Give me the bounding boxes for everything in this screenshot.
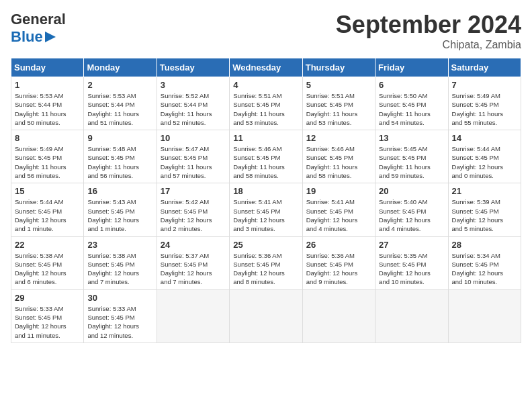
day-cell-20: 20Sunrise: 5:40 AMSunset: 5:45 PMDayligh… [375, 183, 448, 236]
day-number: 17 [161, 186, 226, 196]
day-info: Sunrise: 5:43 AMSunset: 5:45 PMDaylight:… [87, 197, 152, 233]
day-number: 28 [452, 240, 517, 250]
day-cell-24: 24Sunrise: 5:37 AMSunset: 5:45 PMDayligh… [157, 236, 229, 289]
day-cell-25: 25Sunrise: 5:36 AMSunset: 5:45 PMDayligh… [230, 236, 302, 289]
day-cell-7: 7Sunrise: 5:49 AMSunset: 5:45 PMDaylight… [448, 77, 521, 130]
day-info: Sunrise: 5:47 AMSunset: 5:45 PMDaylight:… [161, 144, 226, 180]
day-number: 3 [161, 80, 226, 90]
day-cell-22: 22Sunrise: 5:38 AMSunset: 5:45 PMDayligh… [11, 236, 84, 289]
day-info: Sunrise: 5:37 AMSunset: 5:45 PMDaylight:… [161, 251, 226, 287]
day-cell-19: 19Sunrise: 5:41 AMSunset: 5:45 PMDayligh… [302, 183, 375, 236]
day-cell-14: 14Sunrise: 5:44 AMSunset: 5:45 PMDayligh… [448, 130, 521, 183]
day-cell-30: 30Sunrise: 5:33 AMSunset: 5:45 PMDayligh… [84, 289, 157, 342]
column-header-sunday: Sunday [11, 58, 84, 77]
day-info: Sunrise: 5:50 AMSunset: 5:45 PMDaylight:… [379, 91, 444, 127]
day-cell-9: 9Sunrise: 5:48 AMSunset: 5:45 PMDaylight… [84, 130, 157, 183]
logo-general: General Blue [11, 11, 66, 46]
title-block: September 2024 Chipata, Zambia [336, 11, 521, 51]
day-info: Sunrise: 5:46 AMSunset: 5:45 PMDaylight:… [233, 144, 298, 180]
day-info: Sunrise: 5:49 AMSunset: 5:45 PMDaylight:… [15, 144, 80, 180]
day-number: 10 [161, 133, 226, 143]
day-cell-4: 4Sunrise: 5:51 AMSunset: 5:45 PMDaylight… [230, 77, 302, 130]
day-cell-27: 27Sunrise: 5:35 AMSunset: 5:45 PMDayligh… [375, 236, 448, 289]
day-cell-6: 6Sunrise: 5:50 AMSunset: 5:45 PMDaylight… [375, 77, 448, 130]
day-number: 22 [15, 240, 80, 250]
day-number: 5 [306, 80, 371, 90]
logo-arrow [45, 32, 56, 42]
column-header-tuesday: Tuesday [157, 58, 229, 77]
day-number: 20 [379, 186, 444, 196]
day-number: 1 [15, 80, 80, 90]
day-cell-21: 21Sunrise: 5:39 AMSunset: 5:45 PMDayligh… [448, 183, 521, 236]
day-info: Sunrise: 5:42 AMSunset: 5:45 PMDaylight:… [161, 197, 226, 233]
day-info: Sunrise: 5:49 AMSunset: 5:45 PMDaylight:… [452, 91, 517, 127]
day-number: 4 [233, 80, 298, 90]
day-number: 23 [87, 240, 152, 250]
day-info: Sunrise: 5:38 AMSunset: 5:45 PMDaylight:… [15, 251, 80, 287]
day-cell-15: 15Sunrise: 5:44 AMSunset: 5:45 PMDayligh… [11, 183, 84, 236]
day-number: 11 [233, 133, 298, 143]
calendar-table: SundayMondayTuesdayWednesdayThursdayFrid… [11, 58, 521, 343]
column-header-thursday: Thursday [302, 58, 375, 77]
day-cell-28: 28Sunrise: 5:34 AMSunset: 5:45 PMDayligh… [448, 236, 521, 289]
day-info: Sunrise: 5:46 AMSunset: 5:45 PMDaylight:… [306, 144, 371, 180]
day-cell-29: 29Sunrise: 5:33 AMSunset: 5:45 PMDayligh… [11, 289, 84, 342]
day-cell-18: 18Sunrise: 5:41 AMSunset: 5:45 PMDayligh… [230, 183, 302, 236]
day-number: 25 [233, 240, 298, 250]
day-info: Sunrise: 5:33 AMSunset: 5:45 PMDaylight:… [87, 304, 152, 340]
day-number: 27 [379, 240, 444, 250]
day-info: Sunrise: 5:51 AMSunset: 5:45 PMDaylight:… [306, 91, 371, 127]
logo: General Blue [11, 11, 66, 46]
calendar-row: 29Sunrise: 5:33 AMSunset: 5:45 PMDayligh… [11, 289, 521, 342]
calendar-row: 8Sunrise: 5:49 AMSunset: 5:45 PMDaylight… [11, 130, 521, 183]
day-cell-16: 16Sunrise: 5:43 AMSunset: 5:45 PMDayligh… [84, 183, 157, 236]
day-cell-13: 13Sunrise: 5:45 AMSunset: 5:45 PMDayligh… [375, 130, 448, 183]
empty-cell [157, 289, 229, 342]
day-info: Sunrise: 5:53 AMSunset: 5:44 PMDaylight:… [15, 91, 80, 127]
day-info: Sunrise: 5:40 AMSunset: 5:45 PMDaylight:… [379, 197, 444, 233]
day-number: 6 [379, 80, 444, 90]
day-info: Sunrise: 5:45 AMSunset: 5:45 PMDaylight:… [379, 144, 444, 180]
empty-cell [302, 289, 375, 342]
day-number: 18 [233, 186, 298, 196]
column-header-saturday: Saturday [448, 58, 521, 77]
day-cell-26: 26Sunrise: 5:36 AMSunset: 5:45 PMDayligh… [302, 236, 375, 289]
logo-blue: Blue [11, 28, 43, 46]
day-cell-5: 5Sunrise: 5:51 AMSunset: 5:45 PMDaylight… [302, 77, 375, 130]
day-number: 19 [306, 186, 371, 196]
page-header: General Blue September 2024 Chipata, Zam… [11, 11, 521, 51]
day-number: 26 [306, 240, 371, 250]
column-header-wednesday: Wednesday [230, 58, 302, 77]
day-number: 7 [452, 80, 517, 90]
empty-cell [375, 289, 448, 342]
location: Chipata, Zambia [336, 39, 521, 51]
day-number: 8 [15, 133, 80, 143]
day-info: Sunrise: 5:44 AMSunset: 5:45 PMDaylight:… [452, 144, 517, 180]
day-number: 15 [15, 186, 80, 196]
day-info: Sunrise: 5:39 AMSunset: 5:45 PMDaylight:… [452, 197, 517, 233]
day-number: 29 [15, 293, 80, 303]
day-number: 9 [87, 133, 152, 143]
day-info: Sunrise: 5:33 AMSunset: 5:45 PMDaylight:… [15, 304, 80, 340]
day-info: Sunrise: 5:51 AMSunset: 5:45 PMDaylight:… [233, 91, 298, 127]
day-info: Sunrise: 5:41 AMSunset: 5:45 PMDaylight:… [306, 197, 371, 233]
calendar-row: 22Sunrise: 5:38 AMSunset: 5:45 PMDayligh… [11, 236, 521, 289]
day-info: Sunrise: 5:48 AMSunset: 5:45 PMDaylight:… [87, 144, 152, 180]
day-number: 2 [87, 80, 152, 90]
day-number: 13 [379, 133, 444, 143]
day-cell-1: 1Sunrise: 5:53 AMSunset: 5:44 PMDaylight… [11, 77, 84, 130]
day-info: Sunrise: 5:38 AMSunset: 5:45 PMDaylight:… [87, 251, 152, 287]
day-info: Sunrise: 5:44 AMSunset: 5:45 PMDaylight:… [15, 197, 80, 233]
empty-cell [230, 289, 302, 342]
day-info: Sunrise: 5:52 AMSunset: 5:44 PMDaylight:… [161, 91, 226, 127]
day-number: 30 [87, 293, 152, 303]
day-cell-2: 2Sunrise: 5:53 AMSunset: 5:44 PMDaylight… [84, 77, 157, 130]
empty-cell [448, 289, 521, 342]
day-info: Sunrise: 5:34 AMSunset: 5:45 PMDaylight:… [452, 251, 517, 287]
day-cell-17: 17Sunrise: 5:42 AMSunset: 5:45 PMDayligh… [157, 183, 229, 236]
day-info: Sunrise: 5:36 AMSunset: 5:45 PMDaylight:… [306, 251, 371, 287]
day-cell-8: 8Sunrise: 5:49 AMSunset: 5:45 PMDaylight… [11, 130, 84, 183]
day-cell-12: 12Sunrise: 5:46 AMSunset: 5:45 PMDayligh… [302, 130, 375, 183]
calendar-header-row: SundayMondayTuesdayWednesdayThursdayFrid… [11, 58, 521, 77]
day-number: 21 [452, 186, 517, 196]
